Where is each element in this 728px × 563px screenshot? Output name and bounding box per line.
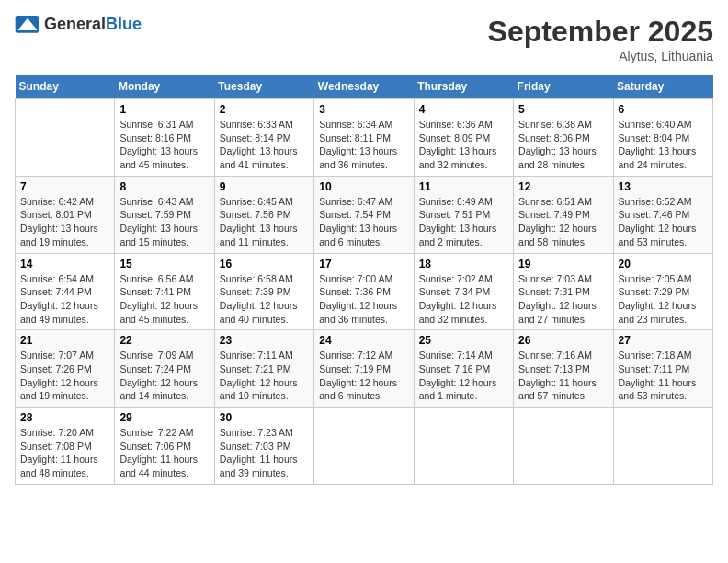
day-number: 14 [20, 258, 109, 270]
day-info: Sunrise: 7:05 AMSunset: 7:29 PMDaylight:… [619, 272, 708, 327]
calendar-cell: 11Sunrise: 6:49 AMSunset: 7:51 PMDayligh… [414, 176, 513, 253]
day-info: Sunrise: 7:14 AMSunset: 7:16 PMDaylight:… [419, 349, 508, 403]
calendar-cell: 5Sunrise: 6:38 AMSunset: 8:06 PMDaylight… [514, 99, 613, 177]
calendar-week-3: 14Sunrise: 6:54 AMSunset: 7:44 PMDayligh… [16, 253, 713, 330]
day-number: 6 [619, 103, 708, 116]
day-number: 20 [619, 258, 708, 270]
calendar-cell: 14Sunrise: 6:54 AMSunset: 7:44 PMDayligh… [16, 253, 115, 330]
day-number: 12 [518, 180, 608, 193]
month-title: September 2025 [488, 15, 713, 49]
day-number: 8 [119, 180, 209, 193]
day-info: Sunrise: 6:56 AMSunset: 7:41 PMDaylight:… [119, 272, 209, 327]
logo-text: GeneralBlue [44, 15, 142, 34]
day-number: 10 [319, 180, 408, 193]
calendar-cell: 28Sunrise: 7:20 AMSunset: 7:08 PMDayligh… [16, 408, 115, 485]
calendar-cell: 25Sunrise: 7:14 AMSunset: 7:16 PMDayligh… [414, 330, 513, 408]
day-number: 29 [119, 411, 209, 424]
day-number: 7 [20, 180, 109, 193]
day-info: Sunrise: 7:03 AMSunset: 7:31 PMDaylight:… [518, 272, 608, 327]
day-info: Sunrise: 6:31 AMSunset: 8:16 PMDaylight:… [119, 118, 209, 172]
calendar-cell [314, 408, 414, 485]
calendar-cell: 21Sunrise: 7:07 AMSunset: 7:26 PMDayligh… [16, 330, 115, 408]
day-info: Sunrise: 6:45 AMSunset: 7:56 PMDaylight:… [220, 195, 309, 249]
day-info: Sunrise: 7:23 AMSunset: 7:03 PMDaylight:… [220, 426, 309, 480]
calendar-cell: 9Sunrise: 6:45 AMSunset: 7:56 PMDaylight… [214, 176, 313, 253]
calendar-table: SundayMondayTuesdayWednesdayThursdayFrid… [15, 75, 713, 485]
day-number: 13 [619, 180, 708, 193]
day-number: 4 [419, 103, 508, 116]
calendar-cell: 17Sunrise: 7:00 AMSunset: 7:36 PMDayligh… [314, 253, 414, 330]
day-info: Sunrise: 7:16 AMSunset: 7:13 PMDaylight:… [518, 349, 608, 403]
day-number: 19 [518, 258, 608, 270]
calendar-cell: 3Sunrise: 6:34 AMSunset: 8:11 PMDaylight… [314, 99, 414, 177]
day-info: Sunrise: 7:20 AMSunset: 7:08 PMDaylight:… [20, 426, 109, 480]
day-info: Sunrise: 7:02 AMSunset: 7:34 PMDaylight:… [419, 272, 508, 327]
calendar-cell: 1Sunrise: 6:31 AMSunset: 8:16 PMDaylight… [115, 99, 214, 177]
column-header-thursday: Thursday [414, 75, 513, 99]
day-number: 27 [619, 334, 708, 347]
column-header-saturday: Saturday [613, 75, 712, 99]
calendar-cell: 12Sunrise: 6:51 AMSunset: 7:49 PMDayligh… [514, 176, 613, 253]
logo-general: General [44, 15, 106, 33]
title-section: September 2025 Alytus, Lithuania [488, 15, 713, 63]
day-info: Sunrise: 6:36 AMSunset: 8:09 PMDaylight:… [419, 118, 508, 172]
day-number: 28 [20, 411, 109, 424]
day-info: Sunrise: 6:38 AMSunset: 8:06 PMDaylight:… [518, 118, 608, 172]
day-info: Sunrise: 7:22 AMSunset: 7:06 PMDaylight:… [119, 426, 209, 480]
column-header-tuesday: Tuesday [214, 75, 313, 99]
day-info: Sunrise: 6:47 AMSunset: 7:54 PMDaylight:… [319, 195, 408, 249]
day-info: Sunrise: 7:11 AMSunset: 7:21 PMDaylight:… [220, 349, 309, 403]
column-header-sunday: Sunday [16, 75, 115, 99]
day-number: 18 [419, 258, 508, 270]
calendar-cell: 15Sunrise: 6:56 AMSunset: 7:41 PMDayligh… [115, 253, 214, 330]
day-number: 5 [518, 103, 608, 116]
calendar-cell: 20Sunrise: 7:05 AMSunset: 7:29 PMDayligh… [613, 253, 712, 330]
page-header: GeneralBlue September 2025 Alytus, Lithu… [15, 15, 713, 63]
day-info: Sunrise: 6:58 AMSunset: 7:39 PMDaylight:… [220, 272, 309, 327]
day-info: Sunrise: 6:42 AMSunset: 8:01 PMDaylight:… [20, 195, 109, 249]
day-info: Sunrise: 7:09 AMSunset: 7:24 PMDaylight:… [119, 349, 209, 403]
column-header-monday: Monday [115, 75, 214, 99]
day-info: Sunrise: 6:51 AMSunset: 7:49 PMDaylight:… [518, 195, 608, 249]
calendar-cell: 18Sunrise: 7:02 AMSunset: 7:34 PMDayligh… [414, 253, 513, 330]
calendar-cell: 13Sunrise: 6:52 AMSunset: 7:46 PMDayligh… [613, 176, 712, 253]
calendar-cell: 29Sunrise: 7:22 AMSunset: 7:06 PMDayligh… [115, 408, 214, 485]
day-info: Sunrise: 7:12 AMSunset: 7:19 PMDaylight:… [319, 349, 408, 403]
day-info: Sunrise: 7:07 AMSunset: 7:26 PMDaylight:… [20, 349, 109, 403]
calendar-cell [613, 408, 712, 485]
logo: GeneralBlue [15, 15, 142, 34]
day-number: 23 [220, 334, 309, 347]
calendar-cell: 7Sunrise: 6:42 AMSunset: 8:01 PMDaylight… [16, 176, 115, 253]
calendar-cell: 30Sunrise: 7:23 AMSunset: 7:03 PMDayligh… [214, 408, 313, 485]
calendar-week-5: 28Sunrise: 7:20 AMSunset: 7:08 PMDayligh… [16, 408, 713, 485]
calendar-cell: 23Sunrise: 7:11 AMSunset: 7:21 PMDayligh… [214, 330, 313, 408]
day-number: 3 [319, 103, 408, 116]
day-number: 1 [119, 103, 209, 116]
calendar-cell: 16Sunrise: 6:58 AMSunset: 7:39 PMDayligh… [214, 253, 313, 330]
logo-icon [15, 16, 40, 34]
day-number: 21 [20, 334, 109, 347]
day-number: 11 [419, 180, 508, 193]
day-number: 24 [319, 334, 408, 347]
calendar-cell [414, 408, 513, 485]
day-number: 17 [319, 258, 408, 270]
day-info: Sunrise: 6:54 AMSunset: 7:44 PMDaylight:… [20, 272, 109, 327]
day-info: Sunrise: 6:43 AMSunset: 7:59 PMDaylight:… [119, 195, 209, 249]
calendar-cell [514, 408, 613, 485]
day-info: Sunrise: 7:00 AMSunset: 7:36 PMDaylight:… [319, 272, 408, 327]
calendar-cell: 24Sunrise: 7:12 AMSunset: 7:19 PMDayligh… [314, 330, 414, 408]
day-info: Sunrise: 6:49 AMSunset: 7:51 PMDaylight:… [419, 195, 508, 249]
day-info: Sunrise: 6:40 AMSunset: 8:04 PMDaylight:… [619, 118, 708, 172]
calendar-cell: 4Sunrise: 6:36 AMSunset: 8:09 PMDaylight… [414, 99, 513, 177]
day-info: Sunrise: 6:33 AMSunset: 8:14 PMDaylight:… [220, 118, 309, 172]
calendar-week-1: 1Sunrise: 6:31 AMSunset: 8:16 PMDaylight… [16, 99, 713, 177]
day-number: 26 [518, 334, 608, 347]
day-number: 25 [419, 334, 508, 347]
calendar-week-4: 21Sunrise: 7:07 AMSunset: 7:26 PMDayligh… [16, 330, 713, 408]
calendar-cell: 19Sunrise: 7:03 AMSunset: 7:31 PMDayligh… [514, 253, 613, 330]
header-row: SundayMondayTuesdayWednesdayThursdayFrid… [16, 75, 713, 99]
day-number: 9 [220, 180, 309, 193]
day-info: Sunrise: 7:18 AMSunset: 7:11 PMDaylight:… [619, 349, 708, 403]
day-info: Sunrise: 6:52 AMSunset: 7:46 PMDaylight:… [619, 195, 708, 249]
calendar-cell: 8Sunrise: 6:43 AMSunset: 7:59 PMDaylight… [115, 176, 214, 253]
